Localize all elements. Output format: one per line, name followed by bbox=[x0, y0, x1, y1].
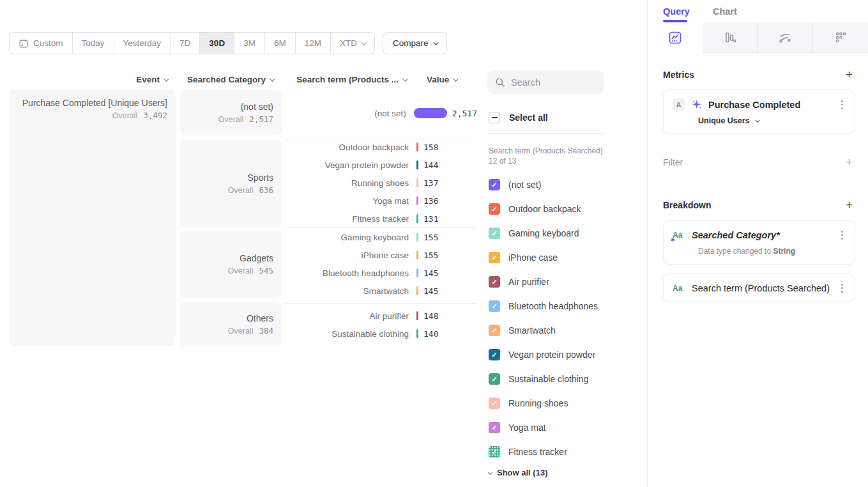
query-panel-tabs: Query Chart bbox=[648, 0, 868, 22]
column-header-searched-category[interactable]: Searched Category bbox=[153, 75, 273, 84]
table-row[interactable]: Air purifier 148 bbox=[286, 307, 477, 325]
date-range-xtd[interactable]: XTD bbox=[330, 33, 374, 54]
column-header-label: Searched Category bbox=[187, 75, 266, 84]
search-input[interactable] bbox=[511, 77, 588, 88]
add-breakdown-button[interactable]: + bbox=[846, 199, 853, 211]
legend-divider bbox=[487, 133, 604, 134]
kebab-menu-icon[interactable] bbox=[839, 282, 846, 294]
show-all-button[interactable]: Show all (13) bbox=[489, 468, 547, 477]
table-row[interactable]: Outdoor backpack 158 bbox=[286, 138, 477, 156]
metric-card[interactable]: A Purchase Completed Unique Users bbox=[663, 89, 855, 134]
date-range-label: 6M bbox=[274, 38, 286, 48]
series-checkbox[interactable]: ✓ bbox=[489, 179, 500, 190]
table-row[interactable]: Sustainable clothing 140 bbox=[286, 325, 477, 343]
legend-item[interactable]: ✓ Yoga mat bbox=[489, 415, 642, 440]
breakdown-name: Searched Category* bbox=[692, 230, 832, 240]
breakdown-card[interactable]: Aa ✱ Searched Category* Data type change… bbox=[663, 220, 855, 265]
breakdown-note: Data type changed to String bbox=[698, 247, 846, 256]
legend-item[interactable]: ✓ iPhone case bbox=[489, 245, 642, 270]
date-range-label: XTD bbox=[340, 38, 357, 48]
date-range-30d[interactable]: 30D bbox=[199, 33, 234, 54]
column-header-event[interactable]: Event bbox=[9, 75, 167, 84]
date-range-custom[interactable]: Custom bbox=[10, 33, 72, 54]
term-value: 136 bbox=[423, 196, 438, 206]
series-checkbox[interactable]: ✓ bbox=[489, 349, 500, 360]
table-row[interactable]: Yoga mat 136 bbox=[286, 192, 477, 210]
legend-item[interactable]: ✓ Gaming keyboard bbox=[489, 221, 642, 245]
filter-title: Filter bbox=[663, 157, 683, 167]
legend-item[interactable]: ✓ Running shoes bbox=[489, 391, 642, 415]
legend-item[interactable]: ✓ Vegan protein powder bbox=[489, 343, 642, 367]
table-row[interactable]: Running shoes 137 bbox=[286, 174, 477, 192]
series-checkbox[interactable]: ✓ bbox=[489, 300, 500, 312]
table-row[interactable]: Fitness tracker 131 bbox=[286, 210, 477, 228]
tab-flows[interactable] bbox=[758, 22, 813, 53]
series-checkbox[interactable]: ✓ bbox=[489, 276, 500, 288]
column-header-value[interactable]: Value bbox=[427, 75, 478, 84]
select-all-checkbox[interactable] bbox=[489, 112, 500, 123]
category-cell[interactable]: Gadgets Overall 545 bbox=[180, 231, 282, 298]
date-range-12m[interactable]: 12M bbox=[295, 33, 330, 54]
add-filter-button[interactable]: + bbox=[846, 156, 853, 168]
table-row[interactable]: Smartwatch 145 bbox=[286, 282, 477, 300]
check-icon: ✓ bbox=[491, 303, 497, 310]
legend-item[interactable]: ✓ Sustainable clothing bbox=[489, 367, 642, 391]
tab-retention[interactable] bbox=[812, 22, 868, 53]
table-row[interactable]: (not set) 2,517 bbox=[286, 104, 477, 122]
tab-insights[interactable] bbox=[648, 22, 703, 53]
term-label: Yoga mat bbox=[286, 196, 409, 206]
date-range-7d[interactable]: 7D bbox=[170, 33, 199, 54]
term-value: 140 bbox=[423, 329, 438, 339]
series-checkbox[interactable]: ✓ bbox=[489, 228, 500, 239]
table-row[interactable]: iPhone case 155 bbox=[286, 246, 477, 264]
series-checkbox[interactable]: ✓ bbox=[489, 398, 500, 409]
column-header-search-term[interactable]: Search term (Products ... bbox=[275, 75, 406, 84]
legend-item[interactable]: ✓ Bluetooth headphones bbox=[489, 294, 642, 318]
add-metric-button[interactable]: + bbox=[846, 68, 853, 81]
value-bar bbox=[416, 214, 418, 223]
series-checkbox[interactable]: ✓ bbox=[489, 203, 500, 215]
compare-button[interactable]: Compare bbox=[383, 32, 448, 54]
legend-item-label: Outdoor backpack bbox=[508, 204, 581, 214]
chevron-down-icon bbox=[453, 76, 458, 81]
legend-item[interactable]: ✓ Smartwatch bbox=[489, 318, 642, 343]
select-all-label: Select all bbox=[509, 112, 548, 123]
select-all[interactable]: Select all bbox=[489, 112, 548, 123]
overall-label: Overall bbox=[228, 327, 254, 336]
tab-chart[interactable]: Chart bbox=[713, 6, 737, 22]
series-checkbox[interactable]: ✓ bbox=[489, 422, 500, 433]
table-row[interactable]: Gaming keyboard 155 bbox=[286, 228, 477, 246]
check-icon: ✓ bbox=[491, 230, 497, 237]
tab-funnels[interactable] bbox=[703, 22, 758, 53]
series-checkbox[interactable]: ✓ bbox=[489, 325, 500, 336]
table-row[interactable]: Bluetooth headphones 145 bbox=[286, 264, 477, 282]
overall-value: 2,517 bbox=[249, 114, 273, 124]
date-range-label: Yesterday bbox=[123, 38, 162, 48]
kebab-menu-icon[interactable] bbox=[839, 229, 846, 241]
date-range-6m[interactable]: 6M bbox=[264, 33, 295, 54]
date-range-yesterday[interactable]: Yesterday bbox=[114, 33, 171, 54]
kebab-menu-icon[interactable] bbox=[839, 99, 846, 111]
breakdown-card[interactable]: Aa Search term (Products Searched) bbox=[663, 274, 855, 302]
series-checkbox[interactable]: ✓ bbox=[489, 373, 500, 385]
category-cell[interactable]: (not set) Overall 2,517 bbox=[180, 90, 282, 135]
event-cell[interactable]: Purchase Completed [Unique Users] Overal… bbox=[9, 90, 176, 346]
legend-item[interactable]: ✓ Outdoor backpack bbox=[489, 197, 642, 221]
tab-query[interactable]: Query bbox=[663, 6, 690, 22]
calendar-icon bbox=[19, 38, 29, 49]
check-icon: ✓ bbox=[491, 279, 497, 286]
series-checkbox[interactable]: ✓ bbox=[489, 252, 500, 263]
date-range-today[interactable]: Today bbox=[72, 33, 114, 54]
measure-selector[interactable]: Unique Users bbox=[698, 116, 846, 125]
metric-name: Purchase Completed bbox=[708, 100, 832, 110]
series-checkbox[interactable]: ✓ bbox=[489, 446, 500, 458]
category-cell[interactable]: Sports Overall 636 bbox=[180, 140, 282, 227]
overall-label: Overall bbox=[112, 111, 138, 120]
legend-item[interactable]: ✓ (not set) bbox=[489, 173, 642, 197]
value-bar bbox=[416, 143, 418, 151]
legend-item[interactable]: ✓ Fitness tracker bbox=[489, 440, 642, 464]
table-row[interactable]: Vegan protein powder 144 bbox=[286, 156, 477, 174]
category-cell[interactable]: Others Overall 384 bbox=[180, 302, 282, 346]
legend-item[interactable]: ✓ Air purifier bbox=[489, 270, 642, 294]
date-range-3m[interactable]: 3M bbox=[234, 33, 264, 54]
